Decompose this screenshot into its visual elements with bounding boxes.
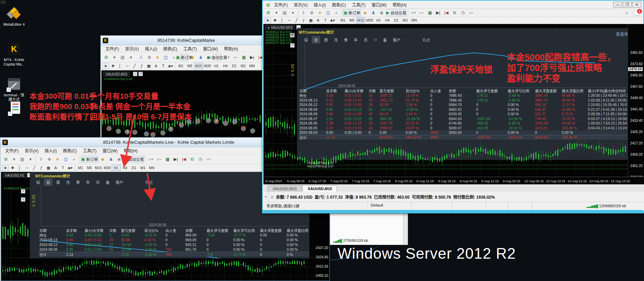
restore-button[interactable]: ❐ xyxy=(623,2,632,8)
chart-shift-icon[interactable]: |◀ xyxy=(180,156,188,163)
grid-icon[interactable]: ▦ xyxy=(426,9,434,16)
navigator-icon[interactable]: ★ xyxy=(54,156,61,163)
experts-icon[interactable]: ♟ xyxy=(107,156,115,163)
terminal-icon[interactable]: ◫ xyxy=(162,54,170,61)
vertical-line-icon[interactable]: │ xyxy=(16,165,23,171)
shapes-icon[interactable]: ◈▾ xyxy=(329,17,336,23)
signals-icon[interactable]: ◉ xyxy=(378,9,385,16)
auto-scroll-icon[interactable]: ▶| xyxy=(434,9,442,16)
trendline-icon[interactable]: ╱ xyxy=(31,165,37,171)
data-window-icon[interactable]: ⊕ xyxy=(146,54,153,61)
desktop-icon-terminal-shortcut[interactable]: ↗terminal - 快捷方式 xyxy=(3,78,25,102)
timeframe-mn[interactable]: MN xyxy=(410,17,419,23)
menu-item[interactable]: 显示(V) xyxy=(122,45,141,52)
terminal-icon[interactable]: ◫ xyxy=(62,156,70,163)
panel-tab-年[interactable]: 年 xyxy=(84,179,91,185)
terminal-icon[interactable]: ◫ xyxy=(324,9,332,16)
timeframe-h1[interactable]: H1 xyxy=(212,63,221,69)
crosshair-icon[interactable]: ✚ xyxy=(9,165,16,171)
menu-item[interactable]: 文件(F) xyxy=(103,45,122,52)
metaeditor-icon[interactable]: ◆ xyxy=(99,156,107,163)
new-chart-icon[interactable]: ⊞ xyxy=(264,9,272,16)
menu-item[interactable]: 插入(I) xyxy=(142,45,160,52)
panel-check-button[interactable]: √ xyxy=(21,197,25,202)
crosshair-icon[interactable]: ✚ xyxy=(272,17,278,23)
text-icon[interactable]: A xyxy=(153,63,159,69)
horizontal-line-icon[interactable]: ─ xyxy=(24,165,30,171)
metaeditor-icon[interactable]: ◆ xyxy=(361,9,369,16)
profile-save-icon[interactable]: ⧉ xyxy=(451,9,458,16)
timeframe-m30[interactable]: M30 xyxy=(103,165,112,171)
profile-save-icon[interactable]: ⧉ xyxy=(188,156,196,163)
timeframe-m5[interactable]: M5 xyxy=(85,165,94,171)
timeframe-m30[interactable]: M30 xyxy=(203,63,212,69)
channel-icon[interactable]: ▦ xyxy=(308,17,314,23)
metaeditor-icon[interactable]: ◆ xyxy=(189,54,196,61)
panel-tab-综[interactable]: 综 xyxy=(302,37,310,43)
timeframe-w1[interactable]: W1 xyxy=(239,63,248,69)
profiles-icon[interactable]: ▤ xyxy=(18,156,26,163)
chart-tab-1[interactable]: XAUUSD,M15 xyxy=(302,185,337,192)
experts-icon[interactable]: ♟ xyxy=(370,9,377,16)
panel-tab-年[interactable]: 年 xyxy=(352,37,359,43)
market-watch-icon[interactable]: ⇩ xyxy=(300,9,307,16)
table-row[interactable]: 2024.08.134.010.05 | 0.42131901.7331.78 … xyxy=(299,98,628,103)
table-row[interactable]: 持仓0.330.01 | 0.07161087.2113.79 %07886.4… xyxy=(299,93,628,98)
timeframe-m15[interactable]: M15 xyxy=(356,17,365,23)
timeframe-m5[interactable]: M5 xyxy=(185,63,194,69)
trendline-icon[interactable]: ╱ xyxy=(131,63,138,69)
chart-tab-0[interactable]: XAUUSD,M15 xyxy=(268,185,302,192)
timeframe-mn[interactable]: MN xyxy=(147,165,156,171)
order-move-button[interactable]: 移 xyxy=(290,33,295,37)
template-icon[interactable]: 〰 xyxy=(205,156,212,163)
fibonacci-icon[interactable]: ƒ xyxy=(300,17,307,23)
panel-help-button[interactable]: ? xyxy=(21,189,25,194)
menu-item[interactable]: 文件(F) xyxy=(2,147,21,154)
menu-item[interactable]: 帮助(H) xyxy=(221,45,241,52)
auto-scroll-icon[interactable]: ▶| xyxy=(172,156,179,163)
menu-item[interactable]: 工具(T) xyxy=(80,147,99,154)
autotrade-icon[interactable]: ▶自动交易 xyxy=(213,54,221,61)
crosshair-icon[interactable]: ✚ xyxy=(110,63,116,69)
timeframe-h4[interactable]: H4 xyxy=(221,63,230,69)
timeframe-h4[interactable]: H4 xyxy=(121,165,129,171)
panel-tab-币[interactable]: 币 xyxy=(362,37,369,43)
zoom-in-icon[interactable]: ⌕+ xyxy=(410,9,417,16)
minimize-button[interactable]: — xyxy=(613,2,622,8)
timeframe-d1[interactable]: D1 xyxy=(230,63,239,69)
table-row[interactable]: 合计2.13-3.15-0.33 %700-7.5-0.77 %00 % xyxy=(39,252,309,257)
panel-tab-季[interactable]: 季 xyxy=(342,37,349,43)
zoom-out-icon[interactable]: ⌕− xyxy=(156,156,163,163)
profiles-dropdown-icon[interactable]: ▾ xyxy=(289,9,297,16)
panel-tab-币[interactable]: 币 xyxy=(94,179,101,185)
chart-dropdown-icon[interactable]: ▾ xyxy=(273,9,280,16)
channel-icon[interactable]: ▦ xyxy=(45,165,52,171)
desktop-icon-mt4-kohle[interactable]: KMT4 - Kohle Capital Ma... xyxy=(3,42,25,67)
profiles-dropdown-icon[interactable]: ▾ xyxy=(127,54,135,61)
menu-item[interactable]: 文件(F) xyxy=(271,1,290,8)
panel-tab-M[interactable]: M xyxy=(372,37,379,42)
panel-tab-周[interactable]: 周 xyxy=(54,179,62,185)
new-chart-icon[interactable]: ⊞ xyxy=(102,54,110,61)
zoom-in-icon[interactable]: ⌕+ xyxy=(147,156,155,163)
horizontal-line-icon[interactable]: ─ xyxy=(124,63,131,69)
chart-shift-icon[interactable]: |◀ xyxy=(443,9,450,16)
table-row[interactable]: 持仓0.030.03 | 0.031-6.93-0.72 %0969.09-7.… xyxy=(39,233,309,237)
panel-tab-月[interactable]: 月 xyxy=(332,37,339,43)
menu-item[interactable]: 工具(T) xyxy=(181,45,199,52)
data-window-icon[interactable]: ⊕ xyxy=(46,156,53,163)
search-icon[interactable]: ⌕ xyxy=(626,10,628,16)
close-button[interactable]: ✕ xyxy=(632,2,641,8)
text-icon[interactable]: A xyxy=(315,17,321,23)
timeframe-w1[interactable]: W1 xyxy=(138,165,147,171)
timeframe-h4[interactable]: H4 xyxy=(383,17,392,23)
timeframe-h1[interactable]: H1 xyxy=(374,17,383,23)
status-close-icon[interactable]: ✕ xyxy=(263,192,268,202)
new-order-icon[interactable]: ▣新订单 xyxy=(181,54,188,61)
table-row[interactable]: 2024.08.120.800.01 | 0.0937-21.54-2.26 %… xyxy=(39,242,309,247)
strategy-tester-icon[interactable]: ⌕ xyxy=(70,156,78,163)
cursor-icon[interactable]: ➤ xyxy=(264,17,271,23)
table-row[interactable]: 2024.08.040.000.00 | 0.0000.000.00 %3000… xyxy=(299,130,628,135)
panel-tab-日[interactable]: 日 xyxy=(45,179,52,185)
table-row[interactable]: 2024.08.090.600.01 | 0.1221-137.43-2.28 … xyxy=(299,107,628,112)
